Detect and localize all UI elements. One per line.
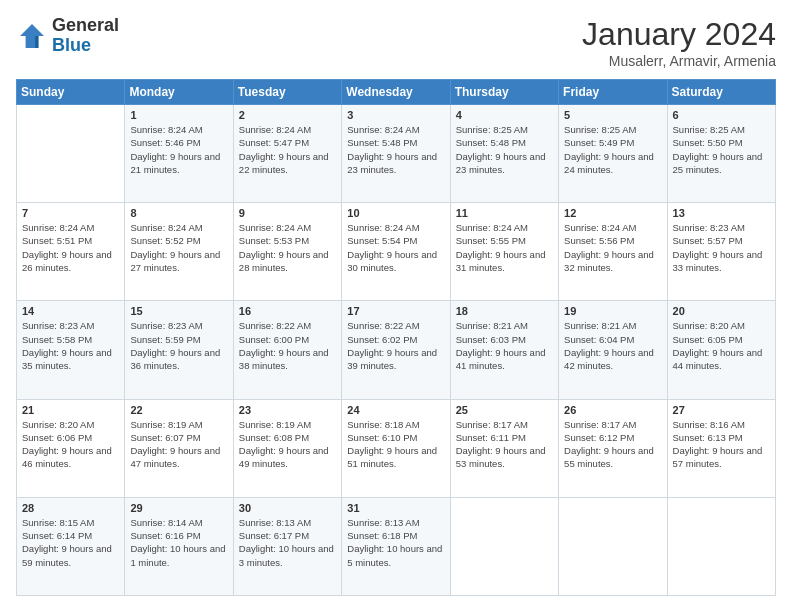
calendar-cell: 10 Sunrise: 8:24 AM Sunset: 5:54 PM Dayl… <box>342 203 450 301</box>
sunset-text: Sunset: 6:02 PM <box>347 334 417 345</box>
day-info: Sunrise: 8:24 AM Sunset: 5:53 PM Dayligh… <box>239 221 336 274</box>
day-info: Sunrise: 8:19 AM Sunset: 6:08 PM Dayligh… <box>239 418 336 471</box>
daylight-text: Daylight: 9 hours and 47 minutes. <box>130 445 220 469</box>
calendar-cell: 5 Sunrise: 8:25 AM Sunset: 5:49 PM Dayli… <box>559 105 667 203</box>
calendar-cell: 21 Sunrise: 8:20 AM Sunset: 6:06 PM Dayl… <box>17 399 125 497</box>
day-number: 19 <box>564 305 661 317</box>
sunrise-text: Sunrise: 8:24 AM <box>347 124 419 135</box>
logo: General Blue <box>16 16 119 56</box>
daylight-text: Daylight: 9 hours and 24 minutes. <box>564 151 654 175</box>
daylight-text: Daylight: 9 hours and 59 minutes. <box>22 543 112 567</box>
weekday-header-row: SundayMondayTuesdayWednesdayThursdayFrid… <box>17 80 776 105</box>
sunset-text: Sunset: 5:54 PM <box>347 235 417 246</box>
daylight-text: Daylight: 9 hours and 33 minutes. <box>673 249 763 273</box>
calendar-cell: 9 Sunrise: 8:24 AM Sunset: 5:53 PM Dayli… <box>233 203 341 301</box>
logo-general-text: General <box>52 16 119 36</box>
week-row-5: 28 Sunrise: 8:15 AM Sunset: 6:14 PM Dayl… <box>17 497 776 595</box>
day-number: 17 <box>347 305 444 317</box>
day-info: Sunrise: 8:21 AM Sunset: 6:03 PM Dayligh… <box>456 319 553 372</box>
sunset-text: Sunset: 6:03 PM <box>456 334 526 345</box>
sunrise-text: Sunrise: 8:23 AM <box>673 222 745 233</box>
calendar-table: SundayMondayTuesdayWednesdayThursdayFrid… <box>16 79 776 596</box>
weekday-header-sunday: Sunday <box>17 80 125 105</box>
sunset-text: Sunset: 5:49 PM <box>564 137 634 148</box>
sunset-text: Sunset: 6:04 PM <box>564 334 634 345</box>
day-number: 29 <box>130 502 227 514</box>
day-info: Sunrise: 8:22 AM Sunset: 6:02 PM Dayligh… <box>347 319 444 372</box>
sunset-text: Sunset: 5:55 PM <box>456 235 526 246</box>
logo-icon <box>16 20 48 52</box>
calendar-cell: 29 Sunrise: 8:14 AM Sunset: 6:16 PM Dayl… <box>125 497 233 595</box>
sunrise-text: Sunrise: 8:24 AM <box>130 222 202 233</box>
day-number: 27 <box>673 404 770 416</box>
sunset-text: Sunset: 5:57 PM <box>673 235 743 246</box>
sunset-text: Sunset: 6:17 PM <box>239 530 309 541</box>
sunrise-text: Sunrise: 8:21 AM <box>564 320 636 331</box>
calendar-cell: 2 Sunrise: 8:24 AM Sunset: 5:47 PM Dayli… <box>233 105 341 203</box>
sunrise-text: Sunrise: 8:24 AM <box>239 124 311 135</box>
weekday-header-wednesday: Wednesday <box>342 80 450 105</box>
day-number: 8 <box>130 207 227 219</box>
daylight-text: Daylight: 9 hours and 41 minutes. <box>456 347 546 371</box>
sunrise-text: Sunrise: 8:17 AM <box>456 419 528 430</box>
day-number: 28 <box>22 502 119 514</box>
daylight-text: Daylight: 9 hours and 42 minutes. <box>564 347 654 371</box>
calendar-cell: 8 Sunrise: 8:24 AM Sunset: 5:52 PM Dayli… <box>125 203 233 301</box>
logo-blue-text: Blue <box>52 36 119 56</box>
calendar-cell: 28 Sunrise: 8:15 AM Sunset: 6:14 PM Dayl… <box>17 497 125 595</box>
day-info: Sunrise: 8:24 AM Sunset: 5:51 PM Dayligh… <box>22 221 119 274</box>
weekday-header-friday: Friday <box>559 80 667 105</box>
sunrise-text: Sunrise: 8:23 AM <box>22 320 94 331</box>
calendar-cell: 3 Sunrise: 8:24 AM Sunset: 5:48 PM Dayli… <box>342 105 450 203</box>
week-row-3: 14 Sunrise: 8:23 AM Sunset: 5:58 PM Dayl… <box>17 301 776 399</box>
sunset-text: Sunset: 5:53 PM <box>239 235 309 246</box>
day-number: 14 <box>22 305 119 317</box>
day-info: Sunrise: 8:17 AM Sunset: 6:12 PM Dayligh… <box>564 418 661 471</box>
title-section: January 2024 Musalerr, Armavir, Armenia <box>582 16 776 69</box>
day-info: Sunrise: 8:17 AM Sunset: 6:11 PM Dayligh… <box>456 418 553 471</box>
sunset-text: Sunset: 6:12 PM <box>564 432 634 443</box>
day-info: Sunrise: 8:24 AM Sunset: 5:54 PM Dayligh… <box>347 221 444 274</box>
day-number: 20 <box>673 305 770 317</box>
header: General Blue January 2024 Musalerr, Arma… <box>16 16 776 69</box>
calendar-cell: 15 Sunrise: 8:23 AM Sunset: 5:59 PM Dayl… <box>125 301 233 399</box>
sunrise-text: Sunrise: 8:24 AM <box>347 222 419 233</box>
day-info: Sunrise: 8:23 AM Sunset: 5:57 PM Dayligh… <box>673 221 770 274</box>
day-number: 11 <box>456 207 553 219</box>
day-number: 9 <box>239 207 336 219</box>
day-number: 18 <box>456 305 553 317</box>
sunrise-text: Sunrise: 8:21 AM <box>456 320 528 331</box>
daylight-text: Daylight: 10 hours and 3 minutes. <box>239 543 334 567</box>
calendar-cell: 13 Sunrise: 8:23 AM Sunset: 5:57 PM Dayl… <box>667 203 775 301</box>
sunset-text: Sunset: 5:47 PM <box>239 137 309 148</box>
day-number: 26 <box>564 404 661 416</box>
day-number: 23 <box>239 404 336 416</box>
sunrise-text: Sunrise: 8:24 AM <box>130 124 202 135</box>
calendar-cell <box>17 105 125 203</box>
week-row-1: 1 Sunrise: 8:24 AM Sunset: 5:46 PM Dayli… <box>17 105 776 203</box>
sunset-text: Sunset: 6:10 PM <box>347 432 417 443</box>
day-number: 31 <box>347 502 444 514</box>
sunrise-text: Sunrise: 8:24 AM <box>22 222 94 233</box>
daylight-text: Daylight: 9 hours and 25 minutes. <box>673 151 763 175</box>
day-info: Sunrise: 8:23 AM Sunset: 5:58 PM Dayligh… <box>22 319 119 372</box>
day-info: Sunrise: 8:14 AM Sunset: 6:16 PM Dayligh… <box>130 516 227 569</box>
calendar-cell <box>559 497 667 595</box>
sunset-text: Sunset: 5:52 PM <box>130 235 200 246</box>
weekday-header-saturday: Saturday <box>667 80 775 105</box>
sunrise-text: Sunrise: 8:25 AM <box>564 124 636 135</box>
week-row-2: 7 Sunrise: 8:24 AM Sunset: 5:51 PM Dayli… <box>17 203 776 301</box>
sunrise-text: Sunrise: 8:23 AM <box>130 320 202 331</box>
sunset-text: Sunset: 6:06 PM <box>22 432 92 443</box>
daylight-text: Daylight: 9 hours and 22 minutes. <box>239 151 329 175</box>
calendar-cell: 7 Sunrise: 8:24 AM Sunset: 5:51 PM Dayli… <box>17 203 125 301</box>
daylight-text: Daylight: 9 hours and 39 minutes. <box>347 347 437 371</box>
sunrise-text: Sunrise: 8:17 AM <box>564 419 636 430</box>
sunrise-text: Sunrise: 8:25 AM <box>673 124 745 135</box>
daylight-text: Daylight: 9 hours and 27 minutes. <box>130 249 220 273</box>
day-info: Sunrise: 8:20 AM Sunset: 6:05 PM Dayligh… <box>673 319 770 372</box>
sunrise-text: Sunrise: 8:18 AM <box>347 419 419 430</box>
day-info: Sunrise: 8:25 AM Sunset: 5:49 PM Dayligh… <box>564 123 661 176</box>
day-number: 21 <box>22 404 119 416</box>
sunset-text: Sunset: 6:07 PM <box>130 432 200 443</box>
